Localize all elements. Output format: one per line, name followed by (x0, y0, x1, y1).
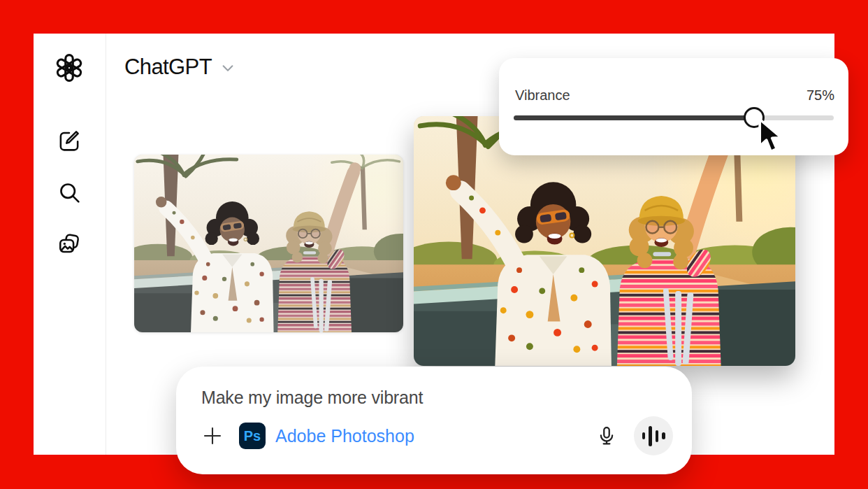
chevron-down-icon (220, 60, 236, 78)
vibrance-panel: Vibrance 75% (499, 58, 848, 155)
photoshop-icon: Ps (239, 423, 266, 449)
page-title: ChatGPT (124, 55, 212, 80)
library-icon[interactable] (54, 229, 85, 260)
model-switcher[interactable]: ChatGPT (124, 55, 236, 80)
vibrance-slider-thumb[interactable] (744, 107, 765, 128)
vibrance-value: 75% (806, 87, 834, 104)
vibrance-slider-fill (514, 115, 754, 120)
voice-wave-icon (642, 432, 646, 439)
photoshop-app-chip[interactable]: Ps Adobe Photoshop (239, 423, 414, 449)
chat-composer[interactable]: Make my image more vibrant Ps Adobe Phot… (176, 367, 692, 474)
dictation-button[interactable] (595, 424, 619, 448)
voice-mode-button[interactable] (634, 416, 673, 455)
plus-icon (202, 425, 223, 446)
attach-button[interactable] (201, 425, 224, 447)
prompt-input[interactable]: Make my image more vibrant (201, 388, 423, 408)
sidebar (34, 34, 106, 455)
photoshop-app-name: Adobe Photoshop (275, 426, 414, 446)
vibrance-slider[interactable] (514, 115, 834, 120)
openai-logo[interactable] (54, 52, 85, 83)
vibrance-label: Vibrance (515, 87, 570, 104)
original-photo[interactable] (134, 155, 403, 332)
search-icon[interactable] (54, 177, 85, 208)
new-chat-icon[interactable] (54, 125, 85, 156)
microphone-icon (596, 425, 617, 446)
